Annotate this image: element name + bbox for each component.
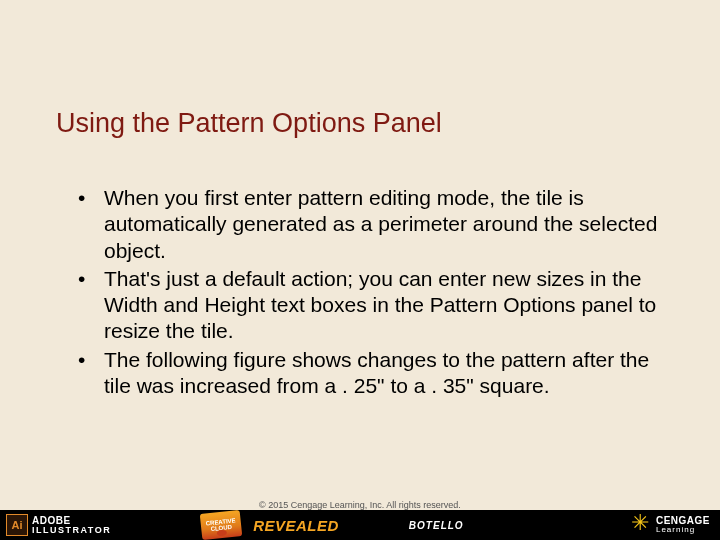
list-item: The following figure shows changes to th… — [78, 347, 660, 400]
slide-title: Using the Pattern Options Panel — [56, 108, 442, 139]
illustrator-icon: Ai — [6, 514, 28, 536]
learning-label: Learning — [656, 526, 710, 534]
adobe-branding: Ai ADOBE ILLUSTRATOR — [0, 510, 121, 540]
revealed-label: REVEALED — [253, 517, 339, 534]
cengage-text: CENGAGE Learning — [656, 516, 710, 534]
list-item: That's just a default action; you can en… — [78, 266, 660, 345]
slide: Using the Pattern Options Panel When you… — [0, 0, 720, 540]
slide-body: When you first enter pattern editing mod… — [78, 185, 660, 401]
bullet-list: When you first enter pattern editing mod… — [78, 185, 660, 399]
adobe-text: ADOBE ILLUSTRATOR — [32, 516, 111, 535]
list-item: When you first enter pattern editing mod… — [78, 185, 660, 264]
adobe-label: ADOBE — [32, 516, 111, 526]
copyright-text: © 2015 Cengage Learning, Inc. All rights… — [0, 500, 720, 510]
creative-cloud-badge: CREATIVE CLOUD — [200, 510, 242, 540]
cengage-starburst-icon — [632, 515, 652, 535]
footer-bar: Ai ADOBE ILLUSTRATOR CREATIVE CLOUD REVE… — [0, 510, 720, 540]
illustrator-label: ILLUSTRATOR — [32, 526, 111, 535]
cc-line2: CLOUD — [211, 524, 233, 532]
author-label: BOTELLO — [409, 520, 464, 531]
cengage-branding: CENGAGE Learning — [632, 515, 710, 535]
